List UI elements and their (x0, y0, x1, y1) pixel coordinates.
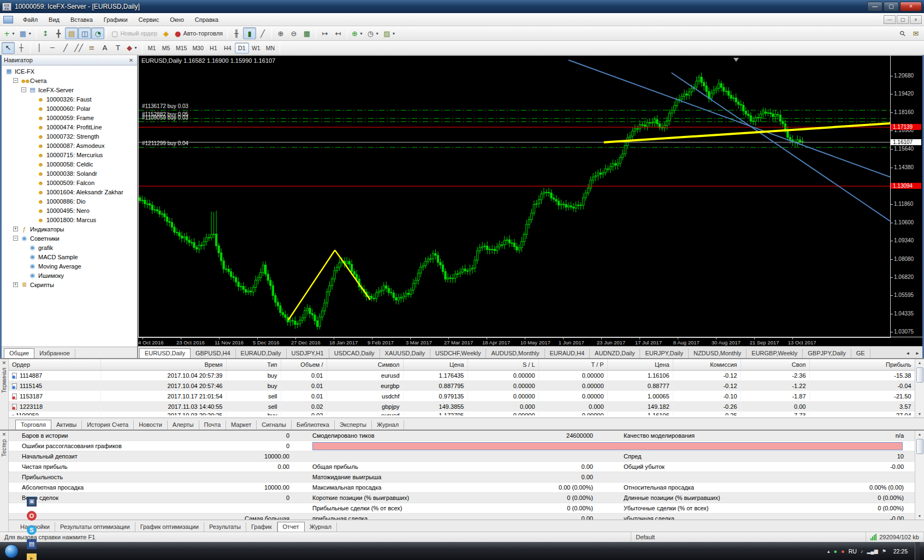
tree-item-8[interactable]: ☻10000087: Asmodeux (2, 141, 137, 150)
fibonacci-button[interactable]: ≡ (85, 42, 98, 54)
show-desktop-button[interactable] (915, 542, 920, 560)
tree-item-18[interactable]: −◉Советники (2, 234, 137, 243)
taskbar-icon-app-window[interactable]: ▣ (24, 495, 39, 509)
chart-tab-1[interactable]: GBPUSD,H4 (191, 349, 236, 358)
navigator-close-icon[interactable]: ✕ (127, 57, 135, 63)
column-header-3[interactable]: Объем / (281, 359, 327, 370)
tree-item-9[interactable]: ☻10000715: Mercurius (2, 150, 137, 159)
column-header-6[interactable]: S / L (467, 359, 538, 370)
scroll-thumb[interactable] (916, 367, 923, 383)
tester-tab-6[interactable]: Журнал (305, 522, 337, 532)
date-axis[interactable]: 4 Oct 201623 Oct 201611 Nov 20165 Dec 20… (138, 337, 891, 346)
timeframe-m30[interactable]: M30 (189, 43, 206, 53)
terminal-tab-7[interactable]: Сигналы (257, 420, 292, 430)
column-header-0[interactable]: Ордер (9, 359, 100, 370)
tray-app-icon-red[interactable]: ● (841, 548, 845, 555)
table-row-partial[interactable]: ▫ 11000592017.10.03 20:20:25buy0.02eurus… (9, 412, 915, 415)
taskbar-icon-skype[interactable]: S (24, 523, 39, 537)
terminal-tab-8[interactable]: Библиотека (292, 420, 335, 430)
tester-close-icon[interactable]: ✕ (2, 431, 7, 438)
auto-scroll-button[interactable]: ↦ (318, 27, 331, 39)
candlestick-chart-button[interactable]: ▮ (243, 27, 256, 39)
tree-item-20[interactable]: ◉MACD Sample (2, 252, 137, 261)
chart-tab-13[interactable]: GBPJPY,Daily (803, 349, 851, 358)
table-row[interactable]: 11151452017.10.04 20:57:46buy0.01eurgbp0… (9, 380, 915, 391)
chart-tab-6[interactable]: USDCHF,Weekly (430, 349, 487, 358)
tree-item-2[interactable]: −▤IceFX-Server (2, 85, 137, 94)
column-header-10[interactable]: Своп (741, 359, 809, 370)
timeframe-mn[interactable]: MN (263, 43, 277, 53)
tree-item-4[interactable]: ☻10000060: Polar (2, 104, 137, 113)
tester-tab-2[interactable]: График оптимизации (135, 522, 204, 532)
chart-shift-button[interactable]: ↤ (331, 27, 345, 39)
scroll-left-icon[interactable]: ◄ (903, 349, 913, 358)
child-restore-button[interactable]: ▢ (897, 15, 909, 24)
tray-chevron-icon[interactable]: ▴ (827, 549, 830, 554)
navigator-tab-favorites[interactable]: Избранное (34, 349, 75, 358)
menu-item-3[interactable]: Графики (98, 15, 133, 25)
taskbar-clock[interactable]: 22:25 (890, 548, 911, 555)
collapse-icon[interactable]: − (13, 78, 18, 83)
zoom-out-button[interactable]: ⊖ (287, 27, 300, 39)
cursor-button[interactable]: ↖ (2, 42, 15, 54)
chart-tab-5[interactable]: XAUUSD,Daily (380, 349, 430, 358)
tree-item-12[interactable]: ☻10000509: Falcon (2, 178, 137, 187)
timeframe-m15[interactable]: M15 (173, 43, 189, 53)
terminal-tab-6[interactable]: Маркет (226, 420, 257, 430)
tree-item-1[interactable]: −☻☻Счета (2, 76, 137, 85)
chart-tab-3[interactable]: USDJPY,H1 (287, 349, 329, 358)
navigator-tab-common[interactable]: Общие (4, 348, 34, 359)
collapse-icon[interactable]: − (21, 87, 26, 92)
line-chart-button[interactable]: ╱ (256, 27, 269, 39)
expand-icon[interactable]: + (13, 282, 18, 287)
scroll-thumb[interactable] (916, 439, 923, 454)
new-chart-button[interactable]: +▼ (2, 27, 17, 39)
scroll-up-icon[interactable]: ▲ (918, 359, 922, 366)
restore-button[interactable]: ▢ (884, 2, 899, 11)
column-header-2[interactable]: Тип (226, 359, 281, 370)
bar-chart-button[interactable]: ╫ (230, 27, 243, 39)
column-header-8[interactable]: Цена (607, 359, 673, 370)
tester-tab-4[interactable]: График (246, 522, 277, 532)
tester-scrollbar[interactable]: ▲ ▼ (915, 431, 924, 520)
terminal-scrollbar[interactable]: ▲ ▼ (915, 359, 924, 418)
chart-tab-2[interactable]: EURAUD,Daily (236, 349, 287, 358)
tree-item-13[interactable]: ☻10001604: Aleksandr Zakhar (2, 187, 137, 196)
language-indicator[interactable]: RU (849, 548, 857, 555)
equidistant-channel-button[interactable]: ╱╱ (72, 42, 85, 54)
crosshair-button[interactable]: ┼ (15, 42, 28, 54)
tree-item-15[interactable]: ☻10000495: Nero (2, 206, 137, 215)
close-button[interactable]: × (900, 2, 922, 11)
zoom-in-button[interactable]: ⊕ (274, 27, 287, 39)
table-row[interactable]: 12231182017.11.03 14:40:55sell0.02gbpjpy… (9, 401, 915, 412)
scroll-up-icon[interactable]: ▲ (918, 431, 922, 438)
terminal-tab-9[interactable]: Эксперты (335, 420, 372, 430)
navigator-button[interactable]: ▤ (65, 27, 78, 39)
timeframe-h1[interactable]: H1 (206, 43, 221, 53)
terminal-tab-0[interactable]: Торговля (15, 420, 51, 430)
horizontal-line-button[interactable]: ─ (46, 42, 59, 54)
column-header-7[interactable]: T / P (538, 359, 607, 370)
child-close-button[interactable]: × (910, 15, 922, 24)
menu-item-5[interactable]: Окно (164, 15, 189, 25)
scroll-down-icon[interactable]: ▼ (918, 410, 922, 418)
text-label-button[interactable]: T (111, 42, 125, 54)
tester-tab-1[interactable]: Результаты оптимизации (55, 522, 135, 532)
tree-item-7[interactable]: ☻10000732: Strength (2, 132, 137, 141)
vertical-line-button[interactable]: │ (33, 42, 46, 54)
indicators-button[interactable]: ⊕▼ (350, 27, 365, 39)
tree-item-3[interactable]: ☻10000326: Faust (2, 94, 137, 104)
chart-tab-11[interactable]: NZDUSD,Monthly (689, 349, 747, 358)
terminal-close-icon[interactable]: ✕ (2, 359, 7, 367)
chart-tab-10[interactable]: EURJPY,Daily (640, 349, 689, 358)
periods-button[interactable]: ◷▼ (365, 27, 381, 39)
start-button[interactable] (4, 544, 19, 558)
timeframe-h4[interactable]: H4 (221, 43, 235, 53)
tree-item-23[interactable]: +≣Скрипты (2, 280, 137, 289)
volume-icon[interactable]: ♪ (861, 549, 863, 554)
tile-windows-button[interactable]: ▦ (300, 27, 313, 39)
chart-tab-4[interactable]: USDCAD,Daily (329, 349, 380, 358)
terminal-tab-3[interactable]: Новости (134, 420, 168, 430)
tree-item-10[interactable]: ☻10000058: Celdic (2, 159, 137, 169)
status-profile[interactable]: Default (631, 532, 866, 542)
